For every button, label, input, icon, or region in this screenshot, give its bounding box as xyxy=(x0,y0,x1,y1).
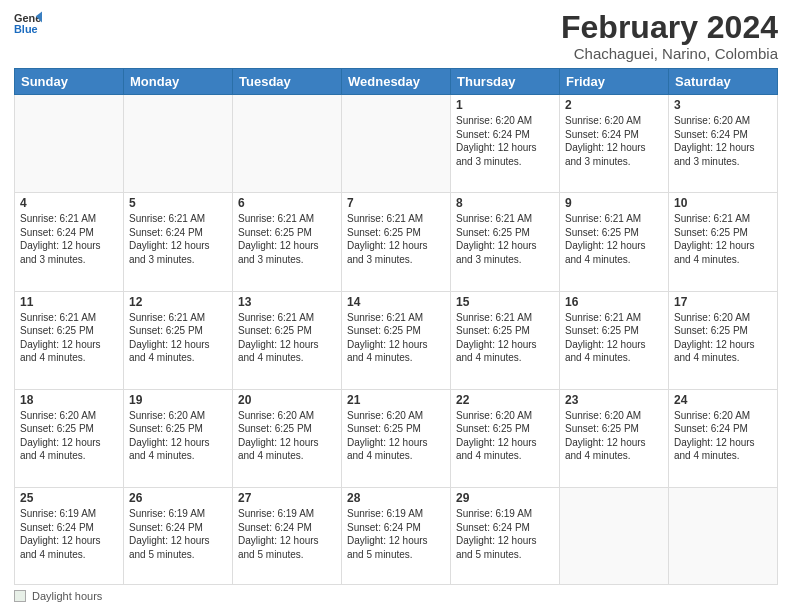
table-row: 26Sunrise: 6:19 AM Sunset: 6:24 PM Dayli… xyxy=(124,488,233,585)
table-row: 4Sunrise: 6:21 AM Sunset: 6:24 PM Daylig… xyxy=(15,193,124,291)
table-row: 24Sunrise: 6:20 AM Sunset: 6:24 PM Dayli… xyxy=(669,389,778,487)
table-row xyxy=(15,95,124,193)
calendar-table: Sunday Monday Tuesday Wednesday Thursday… xyxy=(14,68,778,585)
daylight-legend-box xyxy=(14,590,26,602)
day-detail: Sunrise: 6:21 AM Sunset: 6:25 PM Dayligh… xyxy=(565,311,663,365)
day-number: 20 xyxy=(238,393,336,407)
day-number: 28 xyxy=(347,491,445,505)
day-number: 24 xyxy=(674,393,772,407)
day-detail: Sunrise: 6:21 AM Sunset: 6:25 PM Dayligh… xyxy=(238,311,336,365)
table-row: 10Sunrise: 6:21 AM Sunset: 6:25 PM Dayli… xyxy=(669,193,778,291)
title-block: February 2024 Chachaguei, Narino, Colomb… xyxy=(561,10,778,62)
table-row xyxy=(342,95,451,193)
calendar-week-row: 11Sunrise: 6:21 AM Sunset: 6:25 PM Dayli… xyxy=(15,291,778,389)
svg-text:Blue: Blue xyxy=(14,23,38,35)
table-row: 17Sunrise: 6:20 AM Sunset: 6:25 PM Dayli… xyxy=(669,291,778,389)
day-detail: Sunrise: 6:19 AM Sunset: 6:24 PM Dayligh… xyxy=(238,507,336,561)
day-detail: Sunrise: 6:19 AM Sunset: 6:24 PM Dayligh… xyxy=(456,507,554,561)
day-detail: Sunrise: 6:21 AM Sunset: 6:25 PM Dayligh… xyxy=(238,212,336,266)
day-detail: Sunrise: 6:20 AM Sunset: 6:25 PM Dayligh… xyxy=(20,409,118,463)
day-detail: Sunrise: 6:20 AM Sunset: 6:25 PM Dayligh… xyxy=(129,409,227,463)
day-detail: Sunrise: 6:19 AM Sunset: 6:24 PM Dayligh… xyxy=(347,507,445,561)
table-row: 28Sunrise: 6:19 AM Sunset: 6:24 PM Dayli… xyxy=(342,488,451,585)
day-detail: Sunrise: 6:19 AM Sunset: 6:24 PM Dayligh… xyxy=(20,507,118,561)
day-detail: Sunrise: 6:20 AM Sunset: 6:25 PM Dayligh… xyxy=(456,409,554,463)
table-row xyxy=(124,95,233,193)
calendar-header-row: Sunday Monday Tuesday Wednesday Thursday… xyxy=(15,69,778,95)
day-number: 6 xyxy=(238,196,336,210)
col-wednesday: Wednesday xyxy=(342,69,451,95)
day-detail: Sunrise: 6:20 AM Sunset: 6:24 PM Dayligh… xyxy=(674,409,772,463)
table-row: 3Sunrise: 6:20 AM Sunset: 6:24 PM Daylig… xyxy=(669,95,778,193)
day-number: 27 xyxy=(238,491,336,505)
day-detail: Sunrise: 6:20 AM Sunset: 6:24 PM Dayligh… xyxy=(565,114,663,168)
header: General Blue February 2024 Chachaguei, N… xyxy=(14,10,778,62)
table-row: 1Sunrise: 6:20 AM Sunset: 6:24 PM Daylig… xyxy=(451,95,560,193)
table-row: 19Sunrise: 6:20 AM Sunset: 6:25 PM Dayli… xyxy=(124,389,233,487)
day-detail: Sunrise: 6:20 AM Sunset: 6:25 PM Dayligh… xyxy=(674,311,772,365)
day-number: 4 xyxy=(20,196,118,210)
day-number: 15 xyxy=(456,295,554,309)
table-row: 16Sunrise: 6:21 AM Sunset: 6:25 PM Dayli… xyxy=(560,291,669,389)
col-monday: Monday xyxy=(124,69,233,95)
day-number: 7 xyxy=(347,196,445,210)
day-detail: Sunrise: 6:20 AM Sunset: 6:24 PM Dayligh… xyxy=(674,114,772,168)
table-row: 9Sunrise: 6:21 AM Sunset: 6:25 PM Daylig… xyxy=(560,193,669,291)
day-detail: Sunrise: 6:20 AM Sunset: 6:24 PM Dayligh… xyxy=(456,114,554,168)
table-row: 14Sunrise: 6:21 AM Sunset: 6:25 PM Dayli… xyxy=(342,291,451,389)
table-row: 22Sunrise: 6:20 AM Sunset: 6:25 PM Dayli… xyxy=(451,389,560,487)
day-detail: Sunrise: 6:20 AM Sunset: 6:25 PM Dayligh… xyxy=(238,409,336,463)
table-row: 5Sunrise: 6:21 AM Sunset: 6:24 PM Daylig… xyxy=(124,193,233,291)
day-detail: Sunrise: 6:21 AM Sunset: 6:24 PM Dayligh… xyxy=(129,212,227,266)
table-row: 29Sunrise: 6:19 AM Sunset: 6:24 PM Dayli… xyxy=(451,488,560,585)
day-number: 16 xyxy=(565,295,663,309)
day-number: 12 xyxy=(129,295,227,309)
day-detail: Sunrise: 6:21 AM Sunset: 6:25 PM Dayligh… xyxy=(674,212,772,266)
day-detail: Sunrise: 6:19 AM Sunset: 6:24 PM Dayligh… xyxy=(129,507,227,561)
table-row: 11Sunrise: 6:21 AM Sunset: 6:25 PM Dayli… xyxy=(15,291,124,389)
day-number: 11 xyxy=(20,295,118,309)
day-number: 2 xyxy=(565,98,663,112)
day-number: 19 xyxy=(129,393,227,407)
table-row xyxy=(669,488,778,585)
table-row: 25Sunrise: 6:19 AM Sunset: 6:24 PM Dayli… xyxy=(15,488,124,585)
general-blue-logo-icon: General Blue xyxy=(14,10,42,38)
col-tuesday: Tuesday xyxy=(233,69,342,95)
day-number: 18 xyxy=(20,393,118,407)
day-number: 22 xyxy=(456,393,554,407)
day-number: 29 xyxy=(456,491,554,505)
col-sunday: Sunday xyxy=(15,69,124,95)
day-detail: Sunrise: 6:21 AM Sunset: 6:25 PM Dayligh… xyxy=(456,212,554,266)
table-row: 12Sunrise: 6:21 AM Sunset: 6:25 PM Dayli… xyxy=(124,291,233,389)
day-detail: Sunrise: 6:20 AM Sunset: 6:25 PM Dayligh… xyxy=(347,409,445,463)
day-number: 26 xyxy=(129,491,227,505)
day-detail: Sunrise: 6:21 AM Sunset: 6:25 PM Dayligh… xyxy=(456,311,554,365)
table-row: 2Sunrise: 6:20 AM Sunset: 6:24 PM Daylig… xyxy=(560,95,669,193)
table-row xyxy=(233,95,342,193)
calendar-week-row: 18Sunrise: 6:20 AM Sunset: 6:25 PM Dayli… xyxy=(15,389,778,487)
table-row: 15Sunrise: 6:21 AM Sunset: 6:25 PM Dayli… xyxy=(451,291,560,389)
table-row: 21Sunrise: 6:20 AM Sunset: 6:25 PM Dayli… xyxy=(342,389,451,487)
day-detail: Sunrise: 6:21 AM Sunset: 6:25 PM Dayligh… xyxy=(565,212,663,266)
calendar-week-row: 1Sunrise: 6:20 AM Sunset: 6:24 PM Daylig… xyxy=(15,95,778,193)
day-detail: Sunrise: 6:21 AM Sunset: 6:25 PM Dayligh… xyxy=(20,311,118,365)
day-number: 17 xyxy=(674,295,772,309)
table-row: 27Sunrise: 6:19 AM Sunset: 6:24 PM Dayli… xyxy=(233,488,342,585)
day-number: 10 xyxy=(674,196,772,210)
day-detail: Sunrise: 6:21 AM Sunset: 6:25 PM Dayligh… xyxy=(347,311,445,365)
col-saturday: Saturday xyxy=(669,69,778,95)
day-number: 13 xyxy=(238,295,336,309)
footer: Daylight hours xyxy=(14,590,778,602)
table-row: 18Sunrise: 6:20 AM Sunset: 6:25 PM Dayli… xyxy=(15,389,124,487)
day-detail: Sunrise: 6:21 AM Sunset: 6:25 PM Dayligh… xyxy=(347,212,445,266)
day-number: 1 xyxy=(456,98,554,112)
day-number: 3 xyxy=(674,98,772,112)
table-row: 6Sunrise: 6:21 AM Sunset: 6:25 PM Daylig… xyxy=(233,193,342,291)
day-number: 9 xyxy=(565,196,663,210)
logo: General Blue xyxy=(14,10,42,38)
daylight-label: Daylight hours xyxy=(32,590,102,602)
table-row: 20Sunrise: 6:20 AM Sunset: 6:25 PM Dayli… xyxy=(233,389,342,487)
table-row xyxy=(560,488,669,585)
day-number: 8 xyxy=(456,196,554,210)
calendar-week-row: 4Sunrise: 6:21 AM Sunset: 6:24 PM Daylig… xyxy=(15,193,778,291)
